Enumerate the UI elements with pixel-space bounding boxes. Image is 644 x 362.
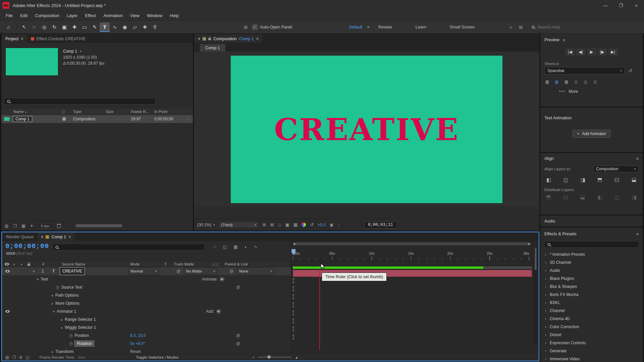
workspace-learn[interactable]: Learn xyxy=(416,25,426,29)
rotation-value[interactable]: 0x +8.0° xyxy=(130,340,145,348)
workspace-overflow-icon[interactable]: » xyxy=(509,24,512,30)
column-number[interactable]: # xyxy=(42,261,44,267)
layer-row-creative[interactable]: ▾ 1 T CREATIVE Normal ▾ @ No Matte ▾ @ N… xyxy=(2,267,291,275)
stopwatch-icon[interactable]: ◷ xyxy=(56,285,59,290)
add-flyout-icon[interactable]: ▶ xyxy=(216,309,221,314)
tab-render-queue[interactable]: Render Queue xyxy=(3,233,37,241)
brush-tool[interactable]: ∿ xyxy=(110,22,120,32)
draft-3d-icon[interactable]: ◱ xyxy=(223,244,227,249)
preview-option-icon[interactable]: ≣ xyxy=(574,79,578,85)
twirl-closed-icon[interactable]: ▸ xyxy=(52,294,53,297)
horizontal-scrollbar[interactable] xyxy=(75,224,122,227)
camera-tool[interactable]: ▣ xyxy=(59,22,69,32)
clone-stamp-tool[interactable]: ◉ xyxy=(120,22,130,32)
column-type[interactable]: Type xyxy=(73,110,82,114)
r[interactable]: ↻ xyxy=(49,22,59,32)
frame-blending-icon[interactable]: ▦ xyxy=(234,244,238,249)
minimize-button[interactable]: — xyxy=(598,0,613,11)
twirl-closed-icon[interactable]: ▸ xyxy=(52,302,53,305)
current-timecode[interactable]: 0;00;00;00 xyxy=(5,242,49,250)
distribute-h-center-icon[interactable]: ◫ xyxy=(615,194,620,200)
puppet-pin-tool[interactable]: ⚲ xyxy=(150,22,160,32)
expand-in-out-icon[interactable]: ≣ xyxy=(19,355,22,360)
workspace-small-screen[interactable]: Small Screen xyxy=(450,25,475,29)
text-tool[interactable]: T xyxy=(100,22,110,32)
tab-timeline-comp1[interactable]: × Comp 1 ≡ xyxy=(38,233,74,241)
preview-option-icon[interactable]: ≣ xyxy=(545,79,549,85)
trash-icon[interactable] xyxy=(57,224,61,228)
menu-edit[interactable]: Edit xyxy=(16,12,31,19)
effects-category[interactable]: ›Blace Plugins xyxy=(540,275,643,283)
stopwatch-icon[interactable]: ◷ xyxy=(69,341,72,346)
motion-blur-icon[interactable]: ◐ xyxy=(245,244,247,249)
video-column-icon[interactable] xyxy=(5,263,9,265)
effects-search-input[interactable] xyxy=(553,242,636,247)
property-source-text[interactable]: ◷Source Text @ xyxy=(2,283,291,291)
column-parent-link[interactable]: Parent & Link xyxy=(225,261,248,267)
close-icon[interactable]: × xyxy=(198,37,200,41)
timeline-search-input[interactable] xyxy=(61,245,202,249)
stopwatch-icon[interactable]: ◷ xyxy=(69,333,72,338)
lock-icon[interactable] xyxy=(208,38,211,40)
align-v-center-icon[interactable]: ◫ xyxy=(614,178,620,182)
tab-project[interactable]: Project ≡ xyxy=(2,35,27,43)
distribute-v-center-icon[interactable]: ◫ xyxy=(563,195,569,200)
twirl-open-icon[interactable]: ▾ xyxy=(53,310,55,313)
menu-help[interactable]: Help xyxy=(166,12,182,19)
pickwhip-icon[interactable]: @ xyxy=(236,340,240,348)
workspace-bar-icon[interactable]: ⊞ xyxy=(519,24,523,30)
effects-category[interactable]: ›BSKL xyxy=(540,299,643,307)
property-rotation[interactable]: ◷Rotation 0x +8.0° @ xyxy=(2,340,291,348)
workspace-menu-icon[interactable]: ≡ xyxy=(367,24,370,29)
twirl-closed-icon[interactable]: ▸ xyxy=(61,326,63,329)
workspace-review[interactable]: Review xyxy=(378,25,392,29)
align-left-icon[interactable]: ◧ xyxy=(546,177,551,183)
property-position[interactable]: ◷Position 8.0, 15.0 @ xyxy=(2,331,291,340)
pan-behind-tool[interactable]: ✚ xyxy=(69,22,79,32)
property-group-path-options[interactable]: ▸Path Options xyxy=(2,291,291,299)
add-animator-button[interactable]: + Add Animator xyxy=(573,130,610,138)
roto-brush-tool[interactable]: ❖ xyxy=(140,22,150,32)
time-ruler[interactable]: :00s 05s 10s 15s 20s 25s 30s xyxy=(291,246,532,260)
property-group-range-selector[interactable]: ▸Range Selector 1 xyxy=(2,315,291,323)
region-of-interest-icon[interactable]: ◇ xyxy=(278,222,281,227)
menu-animation[interactable]: Animation xyxy=(100,12,126,19)
toggle-switches-modes-button[interactable]: Toggle Switches / Modes xyxy=(136,355,178,359)
solo-column-icon[interactable]: ● xyxy=(21,261,22,267)
composition-canvas[interactable]: CREATIVE xyxy=(231,56,502,203)
zoom-tool[interactable]: ◎ xyxy=(39,22,49,32)
preview-option-icon[interactable]: ≣ xyxy=(555,79,559,85)
selection-tool[interactable]: ↖ xyxy=(19,22,29,32)
property-group-transform[interactable]: ▸Transform Reset xyxy=(2,348,291,353)
effects-category[interactable]: ›Boris FX Mocha xyxy=(540,291,643,299)
pen-tool[interactable]: ✎ xyxy=(90,22,100,32)
timeline-search[interactable] xyxy=(52,244,205,250)
project-item-row[interactable]: Comp 1 Composition 29.97 0;00;00;00 ∴ xyxy=(1,115,193,123)
time-navigator[interactable] xyxy=(293,242,531,245)
align-right-icon[interactable]: ◨ xyxy=(581,177,585,183)
effects-category[interactable]: ›Distort xyxy=(540,331,643,339)
mask-visibility-icon[interactable]: ⊠ xyxy=(270,222,274,227)
distribute-left-icon[interactable]: ◧ xyxy=(598,194,602,200)
align-h-center-icon[interactable]: ◫ xyxy=(564,177,568,183)
menu-file[interactable]: File xyxy=(2,12,16,19)
project-search-input[interactable] xyxy=(12,99,153,104)
label-color-icon[interactable]: ◻ xyxy=(62,109,65,114)
effects-category[interactable]: ›Audio xyxy=(540,266,643,275)
menu-effect[interactable]: Effect xyxy=(81,12,100,19)
parent-dropdown[interactable]: None ▾ xyxy=(237,267,274,275)
adjust-icon[interactable]: ✦ xyxy=(30,224,33,228)
expand-transfer-controls-icon[interactable]: ❐ xyxy=(12,355,16,360)
menu-composition[interactable]: Composition xyxy=(31,12,63,19)
item-label-color[interactable] xyxy=(62,117,66,121)
effects-search[interactable] xyxy=(544,241,639,248)
panel-menu-icon[interactable]: ≡ xyxy=(21,36,23,41)
effects-category[interactable]: ›* Animation Presets xyxy=(540,250,643,258)
next-frame-button[interactable]: |▶ xyxy=(598,48,607,56)
resolution-dropdown[interactable]: (Third) ▾ xyxy=(219,222,259,228)
tab-effect-controls[interactable]: Effect Controls CREATIVE xyxy=(28,35,89,43)
panel-list-icon[interactable]: ▤ xyxy=(5,224,8,228)
panel-menu-icon[interactable]: ≡ xyxy=(256,36,259,41)
more-label[interactable]: More xyxy=(569,89,578,94)
vertical-scrollbar[interactable] xyxy=(534,246,537,343)
